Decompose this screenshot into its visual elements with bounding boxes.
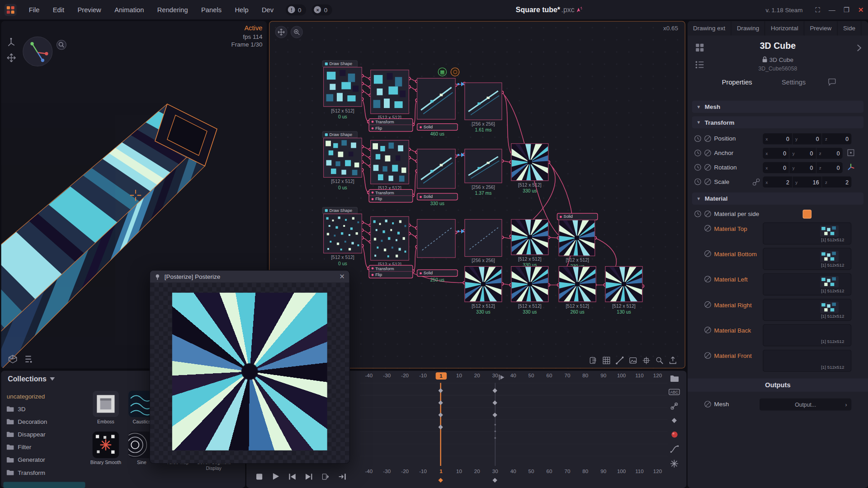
tick[interactable]: 20 (468, 468, 486, 474)
export-icon[interactable] (669, 357, 677, 365)
fullscreen-button[interactable]: ⛶ (811, 0, 825, 19)
maximize-button[interactable]: ❐ (839, 0, 854, 19)
value-x[interactable]: 0 (783, 150, 786, 156)
no-anim-icon[interactable] (704, 178, 712, 185)
tab-properties[interactable]: Properties (722, 79, 752, 86)
value-y[interactable]: 0 (810, 164, 813, 170)
input-socket-icon[interactable] (704, 301, 712, 308)
collections-folder-generator[interactable]: Generator (7, 456, 45, 463)
search-icon[interactable] (656, 357, 664, 365)
section-mesh[interactable]: ▼Mesh (692, 101, 864, 113)
tick[interactable]: 90 (594, 468, 613, 474)
comment-icon[interactable] (828, 79, 836, 86)
tick[interactable]: -20 (396, 468, 414, 474)
tick[interactable]: 50 (522, 372, 540, 380)
tick[interactable]: 10 (450, 372, 468, 380)
value-x[interactable]: 2 (786, 179, 789, 185)
node-thumb-r2c3[interactable] (417, 149, 456, 188)
collections-folder-filter[interactable]: Filter (7, 444, 31, 450)
node-header-draw-shape[interactable]: Draw Shape (322, 60, 358, 67)
node-thumb-r1c4[interactable] (464, 82, 502, 120)
posterize-canvas[interactable] (150, 283, 349, 463)
preview-toggle-icon[interactable]: ▦ (438, 67, 447, 76)
menu-help[interactable]: Help (228, 0, 255, 19)
link-values-icon[interactable] (752, 178, 760, 186)
pin-icon[interactable] (155, 274, 160, 280)
clipboard-icon[interactable] (589, 357, 597, 365)
folder-icon[interactable] (670, 375, 678, 382)
value-y[interactable]: 0 (816, 136, 819, 142)
history-icon[interactable] (694, 164, 702, 171)
keyframe-dot[interactable] (494, 437, 496, 439)
tab-settings[interactable]: Settings (782, 79, 806, 86)
menu-edit[interactable]: Edit (46, 0, 71, 19)
menu-file[interactable]: File (22, 0, 46, 19)
tick[interactable]: -10 (414, 468, 432, 474)
tab-side[interactable]: Side (838, 21, 862, 36)
menu-animation[interactable]: Animation (108, 0, 151, 19)
collections-folder-disappear[interactable]: Disappear (7, 431, 46, 438)
value-z[interactable]: 0 (837, 164, 840, 170)
dope-sheet[interactable] (360, 383, 668, 466)
orientation-gizmo[interactable] (23, 37, 52, 66)
history-icon[interactable] (694, 150, 702, 157)
node-thumb-r3c5[interactable] (511, 219, 548, 255)
tick[interactable]: 110 (631, 468, 649, 474)
playhead-chip[interactable]: 1 (435, 372, 446, 380)
tick[interactable]: 80 (576, 372, 594, 380)
menu-panels[interactable]: Panels (194, 0, 228, 19)
tick[interactable]: -40 (360, 468, 378, 474)
tick[interactable]: 100 (613, 372, 631, 380)
value-x[interactable]: 0 (786, 136, 789, 142)
collections-folder-decoration[interactable]: Decoration (7, 418, 47, 425)
no-anim-icon[interactable] (704, 135, 712, 142)
history-icon[interactable] (694, 178, 702, 185)
tick[interactable]: -20 (396, 372, 414, 380)
text-tool-icon[interactable]: ABC (669, 389, 680, 395)
node-thumb-r4c3[interactable] (559, 266, 596, 302)
keyframe-icon[interactable] (671, 417, 678, 424)
table-icon[interactable] (602, 357, 610, 365)
node-thumb-r3c3[interactable] (417, 219, 456, 258)
output-dropdown[interactable]: Output... › (760, 399, 851, 411)
node-thumb-r4c4[interactable] (605, 266, 642, 302)
rotation-input[interactable]: x0 y0 z0 (763, 162, 842, 173)
anchor-input[interactable]: x0 y0 z0 (763, 148, 842, 159)
node-solid-r1[interactable]: Solid (417, 123, 458, 131)
node-card-binary-smooth[interactable]: Binary Smooth (89, 432, 123, 465)
tick[interactable]: 90 (594, 372, 613, 380)
node-thumb-r3c4[interactable] (464, 219, 502, 257)
app-logo-icon[interactable] (5, 4, 17, 16)
timeline-ruler-top[interactable]: -40 -30 -20 -10 1 10 20 30 40 50 60 70 8… (360, 372, 668, 380)
node-thumb-r3c6[interactable] (559, 220, 595, 256)
collections-folder-3d[interactable]: 3D (7, 406, 26, 413)
grid-snap-icon[interactable] (642, 357, 650, 365)
step-forward-button[interactable] (336, 470, 348, 483)
tick[interactable]: 50 (522, 468, 540, 474)
tab-horizontal[interactable]: Horizontal (765, 21, 804, 36)
tab-drawing-ext[interactable]: Drawing ext (688, 21, 731, 36)
image-icon[interactable] (629, 357, 637, 365)
viewport-zoom-icon[interactable] (56, 39, 67, 50)
node-thumb-r3c2[interactable] (370, 216, 409, 261)
node-thumb-r1c1[interactable] (323, 67, 362, 107)
tab-preview[interactable]: Preview (804, 21, 838, 36)
tick[interactable]: 20 (468, 372, 486, 380)
axis-tool-icon[interactable] (7, 38, 16, 47)
menu-preview[interactable]: Preview (71, 0, 108, 19)
value-y[interactable]: 16 (813, 179, 819, 185)
pen-icon[interactable] (616, 357, 624, 365)
node-thumb-r3c1[interactable] (323, 214, 362, 253)
value-z[interactable]: 0 (845, 136, 849, 142)
move-tool-icon[interactable] (7, 53, 16, 63)
no-anim-icon[interactable] (704, 150, 712, 157)
tick[interactable]: 10 (450, 468, 468, 474)
first-frame-button[interactable] (286, 470, 298, 483)
tick[interactable]: 40 (504, 372, 522, 380)
tick[interactable]: 40 (504, 468, 522, 474)
end-marker[interactable] (492, 478, 497, 483)
node-solid-r3[interactable]: Solid (417, 269, 458, 277)
node-thumb-r2c1[interactable] (323, 138, 362, 178)
node-thumb-r4c1[interactable] (464, 266, 502, 302)
posterize-preview-window[interactable]: [Posterize] Posterize ✕ (150, 270, 350, 464)
